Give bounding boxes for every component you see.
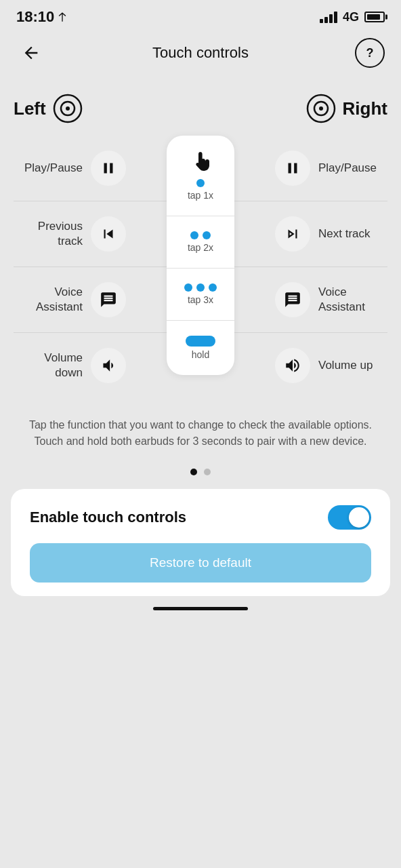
touch-icon bbox=[190, 151, 211, 175]
right-volume-label[interactable]: Volume up bbox=[318, 358, 373, 373]
tap2x-dots bbox=[190, 231, 211, 239]
status-time: 18:10 bbox=[16, 8, 68, 26]
play-pause-icon bbox=[100, 159, 117, 177]
tap2x-icon-area bbox=[190, 231, 211, 239]
next-track-icon bbox=[284, 225, 301, 243]
left-volume-btn[interactable] bbox=[91, 348, 126, 383]
tap3x-icon-area bbox=[184, 283, 217, 292]
hold-icon-area bbox=[186, 336, 215, 347]
help-icon-label: ? bbox=[366, 46, 373, 60]
dot-3 bbox=[209, 283, 217, 292]
right-volume: Volume up bbox=[234, 348, 387, 383]
left-play-pause-btn[interactable] bbox=[91, 151, 126, 186]
center-tap3x: tap 3x bbox=[167, 269, 234, 321]
dot-1 bbox=[196, 179, 205, 187]
toggle-knob bbox=[349, 507, 369, 528]
back-icon bbox=[22, 43, 41, 62]
dot-1 bbox=[190, 231, 198, 239]
home-bar bbox=[153, 607, 248, 610]
hold-bar bbox=[186, 336, 215, 347]
header: Touch controls ? bbox=[0, 31, 401, 81]
network-label: 4G bbox=[343, 10, 359, 24]
right-next-btn[interactable] bbox=[275, 216, 310, 252]
tap3x-dots bbox=[184, 283, 217, 292]
toggle-row: Enable touch controls bbox=[30, 505, 371, 530]
left-voice: VoiceAssistant bbox=[14, 282, 167, 317]
play-pause-icon-r bbox=[284, 159, 301, 177]
toggle-label: Enable touch controls bbox=[30, 509, 186, 526]
left-volume: Volume down bbox=[14, 348, 167, 383]
restore-default-button[interactable]: Restore to default bbox=[30, 543, 371, 583]
left-label: Left bbox=[14, 98, 46, 119]
left-prev-btn[interactable] bbox=[91, 216, 126, 252]
left-track: Previous track bbox=[14, 216, 167, 252]
info-text: Tap the function that you want to change… bbox=[0, 398, 401, 463]
tap1x-label: tap 1x bbox=[188, 190, 213, 201]
center-tap2x: tap 2x bbox=[167, 216, 234, 269]
rows-wrapper: tap 1x tap 2x bbox=[14, 136, 387, 398]
center-column: tap 1x tap 2x bbox=[167, 136, 234, 375]
right-voice-label[interactable]: VoiceAssistant bbox=[318, 285, 365, 315]
svg-point-2 bbox=[66, 106, 70, 111]
lr-labels-row: Left Right bbox=[14, 81, 387, 136]
enable-touch-toggle[interactable] bbox=[328, 505, 371, 530]
battery-icon bbox=[364, 12, 385, 22]
page-dot-1 bbox=[190, 469, 197, 475]
right-play-pause-label[interactable]: Play/Pause bbox=[318, 161, 377, 176]
right-track: Next track bbox=[234, 216, 387, 252]
center-tap1x: tap 1x bbox=[167, 136, 234, 216]
right-volume-btn[interactable] bbox=[275, 348, 310, 383]
left-label-group: Left bbox=[14, 94, 83, 123]
dot-2 bbox=[196, 283, 205, 292]
right-voice: VoiceAssistant bbox=[234, 282, 387, 317]
left-voice-label[interactable]: VoiceAssistant bbox=[36, 285, 83, 315]
page-dots bbox=[0, 463, 401, 489]
svg-point-5 bbox=[319, 106, 323, 111]
status-right-icons: 4G bbox=[320, 10, 385, 24]
tap1x-dot bbox=[196, 179, 205, 187]
bottom-card: Enable touch controls Restore to default bbox=[11, 489, 390, 596]
dot-2 bbox=[203, 231, 211, 239]
tap1x-icon-area bbox=[190, 151, 211, 187]
right-label-group: Right bbox=[306, 94, 387, 123]
left-play-pause: Play/Pause bbox=[14, 151, 167, 186]
center-hold: hold bbox=[167, 321, 234, 375]
controls-area: Left Right bbox=[0, 81, 401, 398]
hold-label: hold bbox=[192, 349, 209, 360]
dot-1 bbox=[184, 283, 192, 292]
volume-up-icon bbox=[284, 357, 301, 374]
right-play-pause: Play/Pause bbox=[234, 151, 387, 186]
help-button[interactable]: ? bbox=[355, 38, 385, 68]
voice-icon-r bbox=[284, 291, 301, 309]
voice-icon-l bbox=[100, 291, 117, 309]
right-track-label[interactable]: Next track bbox=[318, 226, 371, 241]
left-track-label[interactable]: Previous track bbox=[14, 219, 83, 249]
right-play-pause-btn[interactable] bbox=[275, 151, 310, 186]
right-label: Right bbox=[343, 98, 387, 119]
signal-icon bbox=[320, 12, 337, 23]
left-volume-label[interactable]: Volume down bbox=[14, 351, 83, 380]
time-text: 18:10 bbox=[16, 8, 54, 26]
volume-down-icon bbox=[100, 357, 117, 374]
page-dot-2 bbox=[204, 469, 211, 475]
prev-track-icon bbox=[100, 225, 117, 243]
tap3x-label: tap 3x bbox=[188, 294, 213, 305]
location-icon bbox=[57, 12, 68, 22]
tap2x-label: tap 2x bbox=[188, 242, 213, 253]
page-title: Touch controls bbox=[152, 44, 249, 62]
right-ear-icon bbox=[306, 94, 336, 123]
status-bar: 18:10 4G bbox=[0, 0, 401, 31]
left-play-pause-label[interactable]: Play/Pause bbox=[24, 161, 83, 176]
left-ear-icon bbox=[53, 94, 83, 123]
home-indicator bbox=[0, 596, 401, 617]
right-voice-btn[interactable] bbox=[275, 282, 310, 317]
back-button[interactable] bbox=[16, 38, 46, 68]
left-voice-btn[interactable] bbox=[91, 282, 126, 317]
